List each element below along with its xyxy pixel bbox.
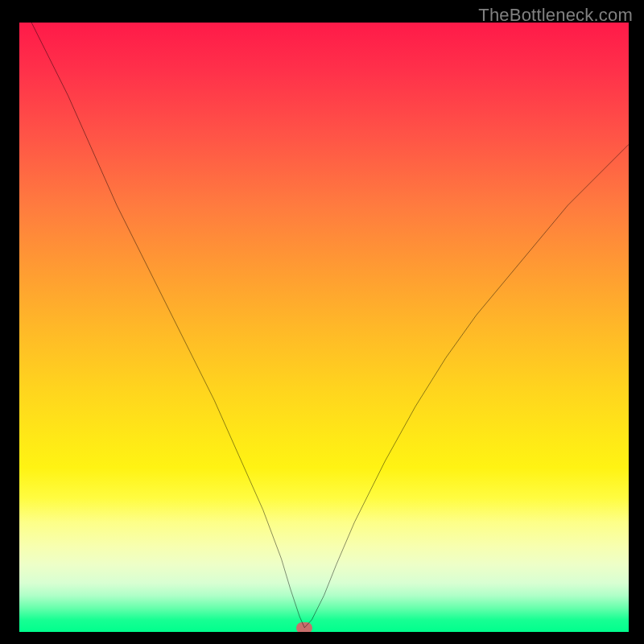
curve-svg — [19, 23, 629, 632]
watermark-text: TheBottleneck.com — [478, 5, 633, 26]
plot-area — [19, 23, 629, 632]
bottleneck-curve — [19, 23, 629, 628]
chart-frame: TheBottleneck.com — [0, 0, 644, 644]
